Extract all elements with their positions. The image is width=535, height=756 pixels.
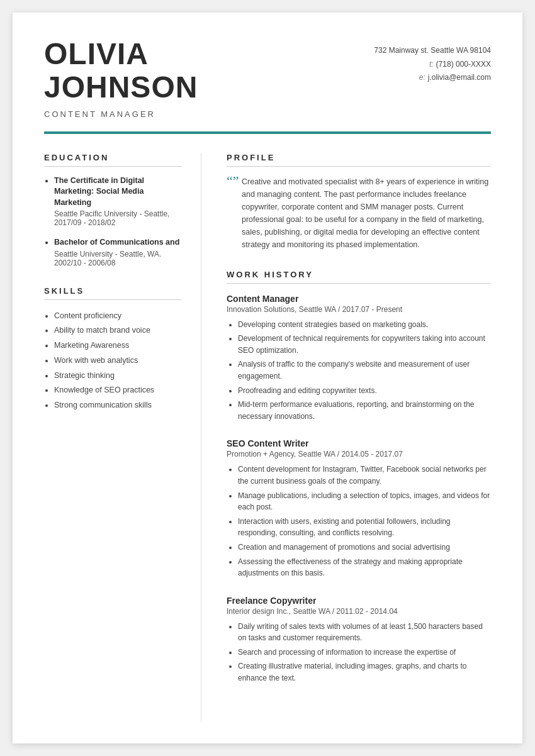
skill-item-5: Strategic thinking: [54, 369, 182, 384]
phone-row: t: (718) 000-XXXX: [374, 58, 491, 72]
job-meta-2: Promotion + Agency, Seattle WA / 2014.05…: [227, 450, 491, 459]
duty-2-5: Assessing the effectiveness of the strat…: [238, 556, 491, 579]
header-section: OLIVIA JOHNSON CONTENT MANAGER 732 Mainw…: [13, 13, 522, 131]
duty-2-4: Creation and management of promotions an…: [238, 542, 491, 553]
skill-item-3: Marketing Awareness: [54, 338, 182, 353]
header-left: OLIVIA JOHNSON CONTENT MANAGER: [44, 38, 198, 119]
phone-number: (718) 000-XXXX: [436, 58, 491, 72]
job-item-2: SEO Content Writer Promotion + Agency, S…: [227, 438, 491, 579]
skill-item-7: Strong communication skills: [54, 398, 182, 413]
duty-1-1: Developing content strategies based on m…: [238, 319, 491, 331]
education-title: EDUCATION: [44, 153, 182, 167]
job-meta-3: Interior design Inc., Seattle WA / 2011.…: [227, 607, 491, 616]
edu-date-2: 2002/10 - 2006/08: [44, 258, 182, 267]
education-section: EDUCATION The Certificate in Digital Mar…: [44, 153, 182, 267]
job-title-2: SEO Content Writer: [227, 438, 491, 448]
work-history-section: WORK HISTORY Content Manager Innovation …: [227, 270, 491, 684]
phone-label: t:: [429, 58, 434, 72]
edu-degree-2: Bachelor of Communications and: [54, 237, 182, 248]
skill-item-6: Knowledge of SEO practices: [54, 383, 182, 398]
profile-title: PROFILE: [227, 153, 491, 167]
skill-item-1: Content proficiency: [54, 309, 182, 324]
header-contact: 732 Mainway st. Seattle WA 98104 t: (718…: [374, 38, 491, 85]
duty-2-3: Interaction with users, existing and pot…: [238, 516, 491, 539]
job-item-3: Freelance Copywriter Interior design Inc…: [227, 596, 491, 684]
candidate-title: CONTENT MANAGER: [44, 109, 198, 119]
edu-date-1: 2017/09 - 2018/02: [44, 218, 182, 227]
education-item-2: Bachelor of Communications and Seattle U…: [44, 237, 182, 267]
left-column: EDUCATION The Certificate in Digital Mar…: [13, 153, 201, 722]
profile-body: Creative and motivated specialist with 8…: [242, 177, 488, 249]
resume-container: OLIVIA JOHNSON CONTENT MANAGER 732 Mainw…: [13, 13, 522, 743]
job-duties-2: Content development for Instagram, Twitt…: [227, 464, 491, 579]
duty-3-2: Search and processing of information to …: [238, 647, 491, 659]
edu-school-2: Seattle University - Seattle, WA.: [44, 250, 182, 258]
body-section: EDUCATION The Certificate in Digital Mar…: [13, 134, 522, 722]
education-item-1: The Certificate in Digital Marketing: So…: [44, 175, 182, 228]
edu-degree-1: The Certificate in Digital Marketing: So…: [54, 175, 182, 209]
skills-section: SKILLS Content proficiency Ability to ma…: [44, 286, 182, 413]
duty-1-3: Analysis of traffic to the company's web…: [238, 359, 491, 382]
email-row: e: j.olivia@email.com: [374, 71, 491, 85]
job-title-1: Content Manager: [227, 294, 491, 304]
quote-icon: “”: [227, 174, 239, 188]
skills-list: Content proficiency Ability to match bra…: [44, 309, 182, 413]
duty-3-1: Daily writing of sales texts with volume…: [238, 621, 491, 644]
duty-1-2: Development of technical requirements fo…: [238, 333, 491, 356]
duty-1-5: Mid-term performance evaluations, report…: [238, 399, 491, 422]
job-title-3: Freelance Copywriter: [227, 596, 491, 606]
edu-school-1: Seattle Pacific University - Seattle,: [44, 209, 182, 218]
address: 732 Mainway st. Seattle WA 98104: [374, 44, 491, 58]
right-column: PROFILE “” Creative and motivated specia…: [201, 153, 522, 722]
skill-item-4: Work with web analytics: [54, 353, 182, 369]
email-label: e:: [419, 71, 425, 85]
candidate-name: OLIVIA JOHNSON: [44, 38, 198, 104]
job-duties-3: Daily writing of sales texts with volume…: [227, 621, 491, 684]
email-address: j.olivia@email.com: [428, 71, 491, 85]
duty-3-3: Creating illustrative material, includin…: [238, 660, 491, 684]
job-item-1: Content Manager Innovation Solutions, Se…: [227, 294, 491, 423]
job-meta-1: Innovation Solutions, Seattle WA / 2017.…: [227, 305, 491, 314]
duty-2-2: Manage publications, including a selecti…: [238, 490, 491, 513]
profile-section: PROFILE “” Creative and motivated specia…: [227, 153, 491, 251]
duty-2-1: Content development for Instagram, Twitt…: [238, 464, 491, 487]
work-history-title: WORK HISTORY: [227, 270, 491, 284]
skills-title: SKILLS: [44, 286, 182, 300]
skill-item-2: Ability to match brand voice: [54, 323, 182, 338]
job-duties-1: Developing content strategies based on m…: [227, 319, 491, 423]
profile-text: “” Creative and motivated specialist wit…: [227, 175, 491, 251]
duty-1-4: Proofreading and editing copywriter text…: [238, 385, 491, 397]
